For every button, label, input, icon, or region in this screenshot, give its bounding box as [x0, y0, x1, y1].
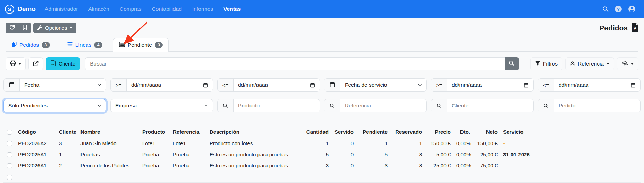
cell-producto: Prueba [139, 149, 170, 160]
empresa-select[interactable]: Empresa [111, 99, 213, 112]
actions-row: csv Cliente Filtros Referencia [6, 57, 638, 70]
cell-pendiente: 5 [356, 149, 390, 160]
tab-pendiente[interactable]: Pendiente 3 [113, 38, 169, 52]
nav-item-administrador[interactable]: Administrador [45, 6, 78, 12]
cell-descripcion: Esto es un producto para pruebas [207, 149, 299, 160]
nav-item-contabilidad[interactable]: Contabilidad [152, 6, 182, 12]
svg-text:?: ? [617, 7, 620, 12]
cell-descripcion: Producto con lotes [207, 138, 299, 149]
fecha-to-date-input[interactable]: dd/mm/aaaa [234, 79, 320, 91]
servicio-from-date-input[interactable]: dd/mm/aaaa [447, 79, 533, 91]
chevron-down-icon [204, 104, 208, 107]
cell-precio: 150,00 € [425, 138, 454, 149]
fecha-servicio-select[interactable]: Fecha de servicio [340, 79, 426, 91]
print-dropdown-button[interactable] [6, 57, 26, 70]
pedido-input[interactable] [554, 99, 640, 112]
cliente-label: Cliente [59, 61, 75, 67]
fecha-servicio-select-value: Fecha de servicio [345, 82, 387, 88]
user-icon[interactable] [628, 5, 636, 13]
nav-item-ventas[interactable]: Ventas [223, 6, 241, 12]
nav-item-informes[interactable]: Informes [192, 6, 213, 12]
col-neto[interactable]: Neto [473, 126, 500, 138]
cell-referencia: Prueba [170, 149, 207, 160]
copy-icon [11, 42, 17, 49]
col-codigo[interactable]: Código [15, 126, 56, 138]
app-logo-icon: S [5, 5, 14, 14]
table-row[interactable]: PED2026A1 2 Perico de los Palotes Prueba… [3, 160, 641, 171]
col-producto[interactable]: Producto [139, 126, 170, 138]
table-row[interactable]: PED2026A2 3 Juan Sin Miedo Lote1 Lote1 P… [3, 138, 641, 149]
col-descripcion[interactable]: Descripción [207, 126, 299, 138]
table-row-partial[interactable] [3, 171, 641, 183]
cliente-export-button[interactable]: csv Cliente [46, 57, 80, 70]
search-button[interactable] [505, 57, 519, 70]
date-picker-icon[interactable] [310, 82, 315, 88]
solo-pendientes-select[interactable]: Sólo Pendientes [4, 99, 106, 112]
empresa-group: Empresa [110, 99, 213, 112]
top-navbar: S Demo Administrador Almacén Compras Con… [0, 0, 644, 18]
brand-name: Demo [17, 5, 36, 13]
col-nombre[interactable]: Nombre [78, 126, 139, 138]
cliente-input[interactable] [447, 99, 533, 112]
tab-pedidos-label: Pedidos [19, 42, 39, 48]
col-precio[interactable]: Precio [425, 126, 454, 138]
chevron-down-icon [97, 104, 101, 107]
search-icon[interactable] [602, 6, 609, 12]
col-servido[interactable]: Servido [331, 126, 356, 138]
cell-cliente: 3 [56, 138, 78, 149]
row-checkbox[interactable] [7, 152, 12, 157]
fecha-select[interactable]: Fecha [20, 79, 106, 91]
table-row[interactable]: PED2025A1 1 Pruebas Prueba Prueba Esto e… [3, 149, 641, 160]
csv-file-icon: csv [51, 60, 56, 68]
search-icon [509, 60, 515, 67]
row-checkbox[interactable] [7, 175, 12, 180]
row-checkbox[interactable] [7, 163, 12, 168]
search-input[interactable] [85, 57, 505, 70]
nav-item-almacen[interactable]: Almacén [88, 6, 109, 12]
col-referencia[interactable]: Referencia [170, 126, 207, 138]
producto-input[interactable] [234, 99, 320, 112]
select-all-checkbox[interactable] [7, 130, 12, 135]
help-icon[interactable]: ? [615, 5, 622, 13]
printer-icon [10, 60, 16, 67]
date-value: dd/mm/aaaa [131, 82, 161, 88]
cell-descripcion: Esto es un producto para pruebas [207, 160, 299, 171]
tab-lineas[interactable]: Líneas 4 [61, 38, 108, 51]
fecha-from-date-input[interactable]: dd/mm/aaaa [127, 79, 213, 91]
lte-addon: <= [538, 79, 554, 91]
col-cliente[interactable]: Cliente [56, 126, 78, 138]
paint-fill-dropdown[interactable] [617, 57, 638, 70]
refresh-button[interactable] [6, 23, 19, 33]
filtros-label: Filtros [543, 61, 558, 67]
bookmark-button[interactable] [19, 23, 31, 33]
tab-pedidos[interactable]: Pedidos 3 [6, 38, 56, 51]
referencia-sort-dropdown[interactable]: Referencia [565, 57, 614, 70]
date-picker-icon[interactable] [524, 82, 529, 88]
cell-neto: 150,00 € [473, 138, 500, 149]
referencia-input[interactable] [340, 99, 426, 112]
cell-precio: 25,00 € [425, 160, 454, 171]
date-picker-icon[interactable] [630, 82, 636, 88]
brand[interactable]: S Demo [5, 5, 36, 14]
search-icon [218, 99, 234, 112]
col-cantidad[interactable]: Cantidad [299, 126, 331, 138]
cell-servicio: - [500, 138, 641, 149]
cell-neto: 25,00 € [473, 149, 500, 160]
file-p-icon: P [631, 23, 638, 33]
col-servicio[interactable]: Servicio [500, 126, 641, 138]
date-picker-icon[interactable] [203, 82, 208, 88]
cell-nombre: Juan Sin Miedo [78, 138, 139, 149]
cell-reservado: 8 [390, 149, 425, 160]
nav-item-compras[interactable]: Compras [120, 6, 142, 12]
col-reservado[interactable]: Reservado [390, 126, 425, 138]
filters-row-1: Fecha >= dd/mm/aaaa <= dd/mm/aaaa Fecha … [3, 78, 641, 92]
opciones-dropdown-button[interactable]: Opciones [33, 23, 76, 33]
external-link-button[interactable] [28, 57, 43, 70]
col-pendiente[interactable]: Pendiente [356, 126, 390, 138]
servicio-to-date-input[interactable]: dd/mm/aaaa [554, 79, 640, 91]
cell-precio: 5,00 € [425, 149, 454, 160]
row-checkbox[interactable] [7, 141, 12, 146]
col-dto[interactable]: Dto. [454, 126, 473, 138]
cell-referencia: Lote1 [170, 138, 207, 149]
filtros-button[interactable]: Filtros [530, 57, 562, 70]
